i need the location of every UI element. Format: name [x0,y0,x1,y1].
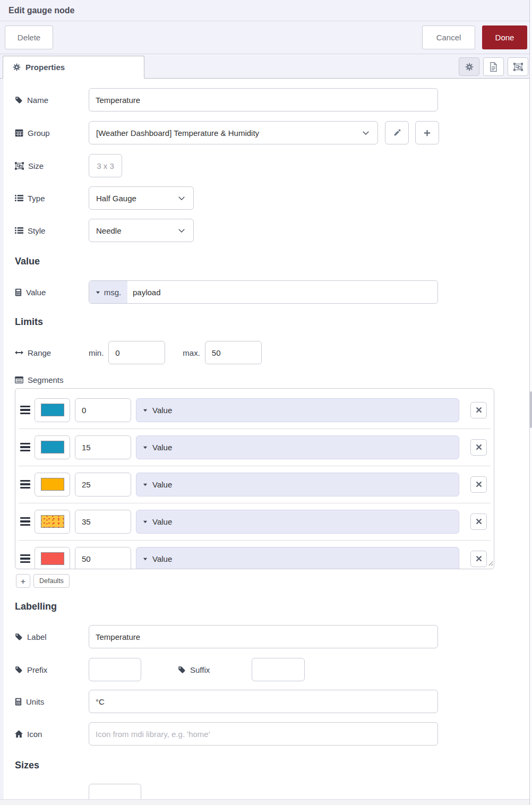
min-label: min. [89,348,104,357]
caret-down-icon [143,519,148,524]
tab-properties-label: Properties [25,63,65,72]
segment-remove-button[interactable] [470,476,487,493]
scrollbar-thumb[interactable] [530,391,532,428]
pencil-icon [393,129,401,137]
segment-row: Value [15,391,494,429]
style-select[interactable]: Needle [89,219,194,242]
tag-icon [178,666,186,674]
group-select[interactable]: [Weather Dashboard] Temperature & Humidi… [89,121,378,144]
list-icon [15,194,23,202]
segment-value-input[interactable] [75,473,131,496]
icon-row: Icon [15,722,532,746]
tab-properties[interactable]: Properties [3,56,144,79]
description-view-button[interactable] [483,57,504,76]
segment-remove-button[interactable] [470,402,487,418]
segment-remove-button[interactable] [470,439,487,456]
suffix-input[interactable] [252,658,305,681]
value-property-input[interactable]: payload [127,281,161,303]
segment-color-button[interactable] [35,510,70,534]
done-button[interactable]: Done [482,25,527,49]
segment-color-button[interactable] [35,547,70,570]
icon-input[interactable] [89,722,438,746]
prefix-input[interactable] [89,658,141,681]
gear-icon [465,63,474,71]
plus-icon [423,129,431,137]
suffix-label: Suffix [178,665,252,674]
name-row: Name [15,88,532,112]
segment-row: Value [15,540,494,569]
add-segment-button[interactable]: + [16,574,30,588]
sizes-section-heading: Sizes [15,760,532,771]
value-typed-input[interactable]: msg. payload [89,280,438,304]
resize-handle-icon[interactable] [486,559,493,568]
drag-handle-icon[interactable] [20,441,31,453]
segments-actions: + Defaults [16,574,532,588]
size-row: Size 3 x 3 [15,154,532,177]
segment-row: Value [15,466,494,503]
range-max-input[interactable] [205,341,262,364]
tray-left-edge [0,79,4,805]
value-section-heading: Value [15,256,532,267]
chevron-down-icon [361,128,371,138]
segment-value-input[interactable] [75,547,131,570]
segment-type-select[interactable]: Value [136,473,459,496]
cancel-button[interactable]: Cancel [422,25,475,49]
range-label: Range [15,348,89,357]
scrollbar-track[interactable] [529,0,532,805]
segment-remove-button[interactable] [470,513,487,530]
tray-footer [0,799,532,805]
segment-value-input[interactable] [75,398,131,422]
label-label: Label [15,632,89,641]
edit-group-button[interactable] [385,121,409,144]
close-icon [476,407,482,413]
size-button[interactable]: 3 x 3 [89,154,122,177]
segment-color-button[interactable] [35,435,70,459]
typed-input-type-select[interactable]: msg. [89,281,127,303]
units-input[interactable] [89,690,438,713]
drag-handle-icon[interactable] [20,553,31,565]
tag-icon [15,633,23,641]
dialog-header: Edit gauge node [0,0,532,21]
style-label: Style [15,226,89,235]
type-select[interactable]: Half Gauge [89,186,194,210]
drag-handle-icon[interactable] [20,516,31,528]
segment-value-input[interactable] [75,510,131,534]
segment-color-button[interactable] [35,398,70,422]
type-row: Type Half Gauge [15,186,532,210]
caret-down-icon [143,408,148,413]
segment-color-swatch [41,441,64,453]
segment-color-swatch [41,478,64,491]
segment-remove-button[interactable] [470,551,487,567]
segment-type-select[interactable]: Value [136,398,459,422]
segment-row: Value [15,429,494,466]
home-icon [15,730,23,738]
segment-type-select[interactable]: Value [136,510,459,534]
segment-color-button[interactable] [35,473,70,496]
delete-button[interactable]: Delete [5,25,53,49]
dialog-action-bar: Delete Cancel Done [0,21,532,54]
range-min-input[interactable] [108,341,165,364]
chevron-down-icon [177,193,186,203]
gear-icon [13,63,21,71]
appearance-view-button[interactable] [508,57,528,76]
segment-color-swatch [41,404,64,416]
segment-type-select[interactable]: Value [136,435,459,459]
segment-type-select[interactable]: Value [136,547,459,570]
add-group-button[interactable] [415,121,439,144]
name-input[interactable] [89,88,438,112]
table-icon [15,129,23,137]
units-label: Units [15,697,89,706]
drag-handle-icon[interactable] [20,478,31,491]
segment-value-input[interactable] [75,435,131,459]
properties-view-button[interactable] [459,57,479,76]
calculator-icon [15,698,22,706]
name-label: Name [15,96,89,105]
drag-handle-icon[interactable] [20,404,31,416]
object-group-icon [15,162,24,170]
segments-list: Value Value [15,388,494,569]
style-select-value: Needle [96,226,122,235]
units-row: Units [15,690,532,713]
close-icon [476,444,482,450]
gauge-label-input[interactable] [89,625,438,648]
defaults-button[interactable]: Defaults [33,574,70,588]
